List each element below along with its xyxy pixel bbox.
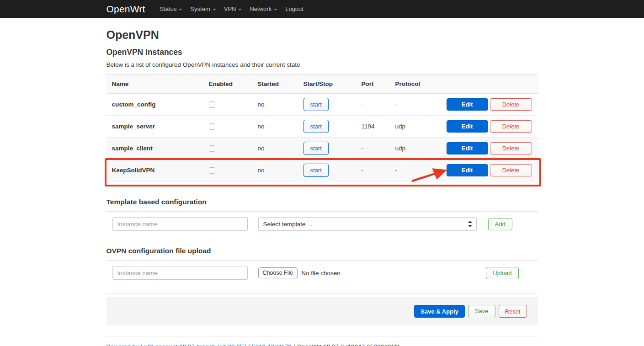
- instance-name: sample_client: [106, 145, 203, 152]
- edit-button[interactable]: Edit: [447, 120, 488, 133]
- choose-file-button[interactable]: Choose File: [258, 267, 298, 278]
- table-row: sample_server no start 1194 udp Edit Del…: [106, 116, 538, 138]
- enabled-checkbox[interactable]: [209, 123, 215, 130]
- upload-instance-name-input[interactable]: [112, 266, 248, 280]
- edit-button[interactable]: Edit: [447, 164, 488, 176]
- table-body: custom_config no start - - Edit Delete s…: [106, 94, 538, 181]
- column-header-started: Started: [252, 80, 298, 87]
- nav-item-logout-label: Logout: [285, 5, 303, 12]
- nav-item-system[interactable]: System: [190, 5, 216, 12]
- openwrt-brand[interactable]: OpenWrt: [106, 4, 145, 15]
- select-updown-icon: [468, 221, 472, 227]
- save-apply-button[interactable]: Save & Apply: [414, 305, 465, 318]
- start-button[interactable]: start: [303, 98, 329, 111]
- save-button[interactable]: Save: [468, 305, 495, 317]
- start-button[interactable]: start: [303, 164, 329, 177]
- divider: [106, 211, 538, 212]
- port-value: -: [356, 101, 390, 108]
- enabled-checkbox[interactable]: [209, 101, 215, 108]
- chevron-down-icon: [238, 9, 242, 11]
- instance-name: KeepSolidVPN: [106, 167, 203, 174]
- protocol-value: -: [390, 101, 441, 108]
- template-instance-name-input[interactable]: [112, 217, 248, 231]
- enabled-checkbox[interactable]: [209, 167, 215, 174]
- nav-item-network[interactable]: Network: [250, 5, 277, 12]
- port-value: -: [356, 145, 390, 152]
- luci-footer-link[interactable]: Powered by LuCI openwrt-19.07 branch (gi…: [106, 343, 292, 346]
- page-actions: Save & Apply Save Reset: [106, 293, 538, 325]
- upload-button[interactable]: Upload: [486, 267, 518, 279]
- column-header-name: Name: [106, 80, 203, 87]
- delete-button[interactable]: Delete: [490, 142, 532, 154]
- started-value: no: [252, 123, 298, 130]
- column-header-enabled: Enabled: [203, 80, 252, 87]
- reset-button[interactable]: Reset: [499, 305, 527, 318]
- template-select[interactable]: Select template ...: [258, 217, 477, 231]
- instances-section-description: Below is a list of configured OpenVPN in…: [106, 61, 538, 68]
- edit-button[interactable]: Edit: [447, 142, 488, 154]
- protocol-value: udp: [390, 145, 441, 152]
- nav-item-network-label: Network: [250, 5, 271, 12]
- nav-item-vpn-label: VPN: [224, 5, 236, 12]
- protocol-value: -: [390, 167, 441, 174]
- column-header-protocol: Protocol: [390, 80, 441, 87]
- top-navbar: OpenWrt Status System VPN Network Logout: [0, 0, 644, 18]
- openvpn-instances-table: Name Enabled Started Start/Stop Port Pro…: [106, 74, 538, 181]
- divider: [106, 260, 538, 261]
- upload-section-title: OVPN configuration file upload: [106, 247, 538, 255]
- table-header-row: Name Enabled Started Start/Stop Port Pro…: [106, 75, 538, 94]
- template-select-value: Select template ...: [263, 221, 313, 228]
- protocol-value: udp: [390, 123, 441, 130]
- nav-item-status-label: Status: [160, 5, 177, 12]
- start-button[interactable]: start: [303, 142, 329, 155]
- port-value: 1194: [356, 123, 390, 130]
- chevron-down-icon: [179, 9, 182, 11]
- nav-item-status[interactable]: Status: [160, 5, 183, 12]
- enabled-checkbox[interactable]: [209, 145, 215, 152]
- add-button[interactable]: Add: [488, 218, 512, 230]
- no-file-chosen-text: No file chosen: [301, 270, 341, 277]
- port-value: -: [356, 167, 390, 174]
- instances-section-title: OpenVPN instances: [106, 48, 538, 57]
- edit-button[interactable]: Edit: [447, 98, 488, 111]
- started-value: no: [252, 167, 298, 174]
- column-header-port: Port: [356, 80, 390, 87]
- chevron-down-icon: [274, 9, 277, 11]
- nav-item-logout[interactable]: Logout: [285, 5, 303, 12]
- instance-name: sample_server: [106, 123, 203, 130]
- started-value: no: [252, 145, 298, 152]
- delete-button[interactable]: Delete: [490, 98, 532, 111]
- delete-button[interactable]: Delete: [490, 120, 532, 133]
- openwrt-version-text: / OpenWrt 19.07.2 r10947-65030d81f3: [292, 343, 399, 346]
- column-header-start-stop: Start/Stop: [298, 80, 356, 87]
- chevron-down-icon: [213, 9, 216, 11]
- page-title: OpenVPN: [106, 28, 538, 42]
- page-footer: Powered by LuCI openwrt-19.07 branch (gi…: [106, 336, 538, 346]
- template-section-title: Template based configuration: [106, 198, 538, 206]
- table-row: KeepSolidVPN no start - - Edit Delete: [106, 160, 538, 181]
- nav-item-system-label: System: [190, 5, 210, 12]
- file-input: Choose File No file chosen: [258, 267, 341, 278]
- delete-button[interactable]: Delete: [490, 164, 532, 176]
- started-value: no: [252, 101, 298, 108]
- instance-name: custom_config: [106, 101, 203, 108]
- table-row: custom_config no start - - Edit Delete: [106, 94, 538, 116]
- start-button[interactable]: start: [303, 120, 329, 133]
- nav-item-vpn[interactable]: VPN: [224, 5, 242, 12]
- table-row: sample_client no start - udp Edit Delete: [106, 138, 538, 160]
